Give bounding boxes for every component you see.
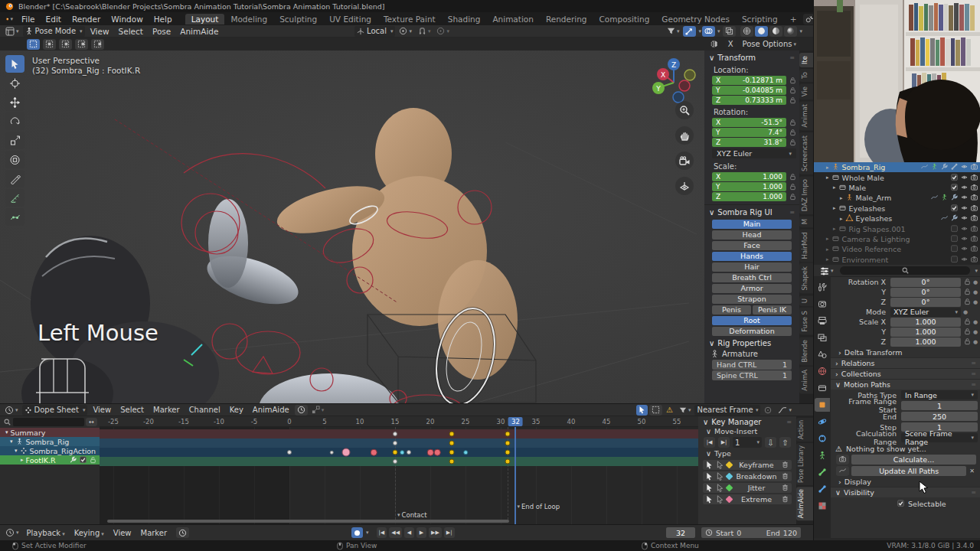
disable-render-icon[interactable] <box>970 204 978 213</box>
channel-footik-r[interactable]: ▸FootIK.R <box>0 455 100 465</box>
dope-menu-select[interactable]: Select <box>116 406 149 414</box>
sidebar-tab-hairmod[interactable]: HairMod <box>799 229 813 262</box>
keyframe-summary-31[interactable] <box>505 432 511 437</box>
visibility-section-header[interactable]: ∨Visibility≡ <box>831 487 980 497</box>
select-all-cursor-icon[interactable] <box>705 461 714 469</box>
properties-tab-bone[interactable] <box>815 465 830 479</box>
rig-properties-header[interactable]: ∨Rig Properties <box>704 337 799 349</box>
expand-icon[interactable]: ▾ <box>15 448 18 454</box>
timeline-sync-icon[interactable] <box>176 527 189 538</box>
disable-render-icon[interactable] <box>970 245 978 253</box>
properties-tab-physics[interactable] <box>815 415 830 429</box>
properties-tab-texture[interactable] <box>815 499 830 513</box>
calculate-button[interactable]: Calculate... <box>851 455 976 465</box>
prop-field[interactable]: 1.000 <box>890 337 961 347</box>
enable-checkbox[interactable] <box>79 456 87 465</box>
editor-type-icon[interactable]: ▾ <box>3 26 21 37</box>
rig-button-strapon[interactable]: Strapon <box>712 295 792 305</box>
hide-eye-icon[interactable] <box>960 214 969 223</box>
select-cursor-icon[interactable] <box>636 405 648 416</box>
properties-editor-icon[interactable]: ▾ <box>818 266 836 276</box>
mp-row-end[interactable]: End250 <box>831 412 978 422</box>
properties-options-dropdown[interactable]: ▾ <box>975 268 978 274</box>
dope-tab-action[interactable]: Action <box>796 418 813 442</box>
workspace-tab-shading[interactable]: Shading <box>442 14 487 24</box>
collection-checkbox[interactable] <box>950 184 959 192</box>
hide-eye-icon[interactable] <box>960 184 969 192</box>
rotation-mode-row[interactable]: ModeXYZ Euler▾● <box>831 308 980 318</box>
keyframe-action-15[interactable] <box>393 450 398 455</box>
collection-checkbox[interactable] <box>950 174 959 182</box>
jump-prev-icon[interactable]: |◀ <box>704 437 715 448</box>
outliner-row-video-reference[interactable]: ▸Video Reference <box>814 244 980 254</box>
disable-render-icon[interactable] <box>970 256 978 264</box>
animate-dot-icon[interactable]: ● <box>973 339 978 345</box>
tool-annotate[interactable] <box>5 170 24 187</box>
selectable-checkbox[interactable] <box>897 500 905 508</box>
location-y[interactable]: Y-0.04085 m <box>712 86 796 95</box>
zoom-icon[interactable] <box>675 101 694 119</box>
expand-arrow-icon[interactable]: ▸ <box>833 184 836 191</box>
keyframe-action-20[interactable] <box>427 449 434 456</box>
expand-icon[interactable]: ↔ <box>86 418 97 426</box>
hide-eye-icon[interactable] <box>960 174 969 182</box>
keyframe-summary-23[interactable] <box>449 432 454 437</box>
tool-select-box[interactable] <box>5 55 24 73</box>
key-type-extreme[interactable]: Extreme <box>703 494 792 504</box>
collections-section-header[interactable]: ›Collections≡ <box>831 368 980 379</box>
rig-button-main[interactable]: Main <box>712 220 792 230</box>
shading-solid-icon[interactable] <box>755 26 768 37</box>
lock-icon[interactable] <box>963 328 971 336</box>
trash-icon[interactable] <box>781 472 789 481</box>
lock-icon[interactable] <box>789 86 796 95</box>
keyframe-action-8[interactable] <box>341 448 350 457</box>
properties-tab-collection[interactable] <box>815 381 830 395</box>
animate-dot-icon[interactable]: ● <box>973 279 978 285</box>
rig-button-breath-ctrl[interactable]: Breath Ctrl <box>712 273 792 283</box>
rig-prop-hand-ctrl[interactable]: Hand CTRL1 <box>712 360 792 370</box>
keyframe-action-6[interactable] <box>330 451 334 455</box>
marker-contact[interactable]: ▾Contact <box>397 511 427 519</box>
mp-field[interactable]: 1 <box>901 401 978 410</box>
timeline-menu-keying[interactable]: Keying▾ <box>70 529 109 537</box>
lock-icon[interactable] <box>963 337 971 346</box>
outliner-row-camera-lighting[interactable]: ▸Camera & Lighting <box>814 234 980 244</box>
keyframe-action-23[interactable] <box>449 450 454 455</box>
type-header[interactable]: ∨Type <box>698 448 796 458</box>
rotation-row-2[interactable]: Z0°● <box>831 298 980 308</box>
rig-button-root[interactable]: Root <box>712 316 792 326</box>
select-all-cursor-icon[interactable] <box>705 472 714 481</box>
playhead-frame-label[interactable]: 32 <box>508 417 523 426</box>
animate-dot-icon[interactable]: ● <box>963 309 968 315</box>
properties-tab-object[interactable] <box>815 398 830 412</box>
trash-icon[interactable] <box>781 484 789 492</box>
mp-field[interactable]: 250 <box>901 412 978 421</box>
tool-cursor[interactable] <box>5 74 24 92</box>
properties-tab-scene[interactable] <box>815 347 830 361</box>
prop-field[interactable]: 1.000 <box>890 328 961 337</box>
lock-icon[interactable] <box>789 173 796 181</box>
scale-row-0[interactable]: Scale X1.000● <box>831 318 980 328</box>
scale-row-2[interactable]: Z1.000● <box>831 337 980 347</box>
xray-toggle-icon[interactable] <box>723 26 736 37</box>
delta-transform-section[interactable]: ›Delta Transform <box>831 347 980 357</box>
disable-render-icon[interactable] <box>970 225 978 233</box>
keyframe-action-17[interactable] <box>407 450 411 455</box>
collection-checkbox[interactable] <box>950 225 959 233</box>
lock-icon[interactable] <box>963 278 971 286</box>
frame-range-fields[interactable]: Start 0 End 120 <box>701 527 801 538</box>
workspace-tab-compositing[interactable]: Compositing <box>593 14 656 24</box>
hide-eye-icon[interactable] <box>960 256 969 264</box>
shading-wireframe-icon[interactable] <box>740 26 753 37</box>
key-type-breakdown[interactable]: Breakdown <box>703 471 792 481</box>
lock-icon[interactable] <box>789 139 796 147</box>
dope-tab-animaide[interactable]: AnimAide <box>796 487 813 520</box>
show-overlays-filter-icon[interactable]: ▾ <box>665 26 682 37</box>
prop-field[interactable]: 0° <box>890 278 961 287</box>
rotation-field-z[interactable]: Z31.8° <box>712 138 786 147</box>
playhead[interactable] <box>514 427 516 525</box>
current-frame-field[interactable]: 32 <box>666 527 695 538</box>
scale-row-1[interactable]: Y1.000● <box>831 328 980 337</box>
location-field-y[interactable]: Y-0.04085 m <box>712 86 786 95</box>
scale-field-y[interactable]: Y1.000 <box>712 182 786 191</box>
